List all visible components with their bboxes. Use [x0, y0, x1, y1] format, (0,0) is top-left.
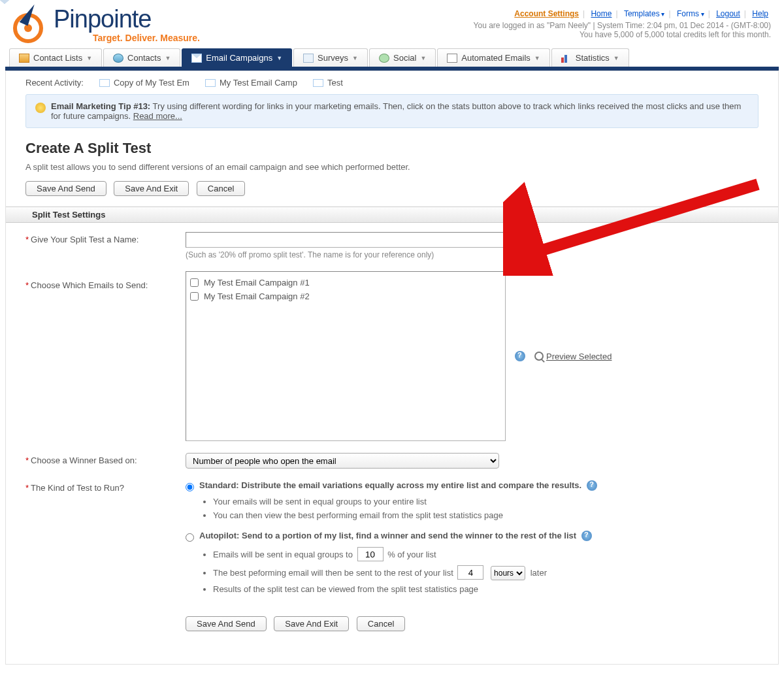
help-link[interactable]: Help — [752, 9, 768, 18]
list-icon — [19, 54, 29, 63]
standard-bullet: You can then view the best performing em… — [213, 510, 759, 520]
cancel-button[interactable]: Cancel — [357, 616, 405, 631]
stats-icon — [561, 54, 572, 63]
save-and-exit-button[interactable]: Save And Exit — [274, 616, 349, 631]
magnify-icon — [534, 352, 544, 361]
mail-icon — [313, 79, 323, 87]
preview-selected-link[interactable]: Preview Selected — [546, 352, 612, 361]
autopilot-bullet: Results of the split test can be viewed … — [213, 584, 759, 594]
standard-bullet: Your emails will be sent in equal groups… — [213, 497, 759, 506]
tab-statistics[interactable]: Statistics▼ — [551, 48, 629, 67]
tab-email-campaigns[interactable]: Email Campaigns▼ — [182, 48, 292, 67]
percent-input[interactable] — [357, 547, 384, 561]
delay-value-input[interactable] — [457, 565, 483, 580]
tip-title: Email Marketing Tip #13: — [51, 101, 150, 111]
login-status: You are logged in as "Pam Neely" | Syste… — [474, 21, 771, 30]
templates-dropdown[interactable]: Templates — [624, 9, 664, 18]
logo-name: Pinpointe — [54, 7, 200, 31]
recent-item[interactable]: Copy of My Test Em — [99, 78, 189, 88]
split-test-name-input[interactable] — [186, 232, 506, 248]
mail-icon — [191, 54, 202, 63]
recent-activity-label: Recent Activity: — [25, 78, 84, 88]
help-icon[interactable] — [581, 531, 592, 541]
save-and-send-button[interactable]: Save And Send — [186, 616, 267, 631]
mail-icon — [205, 79, 216, 87]
list-item[interactable]: My Test Email Campaign #2 — [190, 289, 501, 303]
page-description: A split test allows you to send differen… — [25, 162, 759, 172]
section-header: Split Test Settings — [6, 207, 778, 223]
autopilot-label: Autopilot: Send to a portion of my list,… — [199, 531, 576, 540]
autopilot-radio[interactable] — [186, 533, 194, 542]
page-title: Create A Split Test — [25, 140, 759, 157]
choose-emails-label: Choose Which Emails to Send: — [31, 280, 148, 290]
survey-icon — [303, 54, 314, 63]
name-label: Give Your Split Test a Name: — [31, 235, 139, 244]
email-checkbox[interactable] — [190, 278, 199, 287]
tab-surveys[interactable]: Surveys▼ — [293, 48, 368, 67]
top-links: Account Settings| Home| Templates| Forms… — [474, 9, 771, 18]
auto-mail-icon — [447, 54, 457, 63]
help-icon[interactable] — [515, 351, 525, 361]
main-nav: Contact Lists▼ Contacts▼ Email Campaigns… — [5, 48, 779, 71]
forms-dropdown[interactable]: Forms — [677, 9, 704, 18]
cancel-button[interactable]: Cancel — [197, 181, 245, 196]
email-listbox[interactable]: My Test Email Campaign #1 My Test Email … — [186, 271, 506, 441]
credits-status: You have 5,000 of 5,000 total credits le… — [474, 30, 771, 39]
lightbulb-icon — [35, 103, 46, 113]
kind-label: The Kind of Test to Run? — [31, 483, 124, 493]
mail-icon — [99, 79, 110, 87]
read-more-link[interactable]: Read more... — [133, 111, 182, 121]
tab-contact-lists[interactable]: Contact Lists▼ — [9, 48, 102, 67]
email-checkbox[interactable] — [190, 292, 199, 301]
logo-tagline: Target. Deliver. Measure. — [93, 33, 200, 43]
winner-label: Choose a Winner Based on: — [31, 455, 137, 465]
delay-unit-select[interactable]: hours — [491, 566, 525, 580]
save-and-send-button[interactable]: Save And Send — [25, 181, 106, 196]
recent-item[interactable]: My Test Email Camp — [205, 78, 297, 88]
contacts-icon — [113, 54, 123, 63]
autopilot-bullet: The best peforming email will then be se… — [213, 565, 759, 580]
name-hint: (Such as '20% off promo split test'. The… — [186, 250, 759, 259]
help-icon[interactable] — [587, 480, 597, 491]
list-item[interactable]: My Test Email Campaign #1 — [190, 276, 501, 289]
home-link[interactable]: Home — [591, 9, 612, 18]
logo-mark-icon — [13, 7, 50, 43]
autopilot-bullet: Emails will be sent in equal groups to %… — [213, 547, 759, 561]
tip-box: Email Marketing Tip #13: Try using diffe… — [25, 94, 759, 128]
winner-basis-select[interactable]: Number of people who open the email — [186, 453, 499, 469]
standard-label: Standard: Distribute the email variation… — [199, 480, 581, 490]
social-icon — [379, 54, 389, 63]
account-settings-link[interactable]: Account Settings — [514, 9, 579, 18]
save-and-exit-button[interactable]: Save And Exit — [114, 181, 189, 196]
tab-contacts[interactable]: Contacts▼ — [103, 48, 180, 67]
tab-automated-emails[interactable]: Automated Emails▼ — [437, 48, 549, 67]
logout-link[interactable]: Logout — [716, 9, 740, 18]
tab-social[interactable]: Social▼ — [369, 48, 436, 67]
logo: Pinpointe Target. Deliver. Measure. — [13, 7, 200, 43]
standard-radio[interactable] — [186, 483, 194, 491]
recent-item[interactable]: Test — [313, 78, 343, 88]
